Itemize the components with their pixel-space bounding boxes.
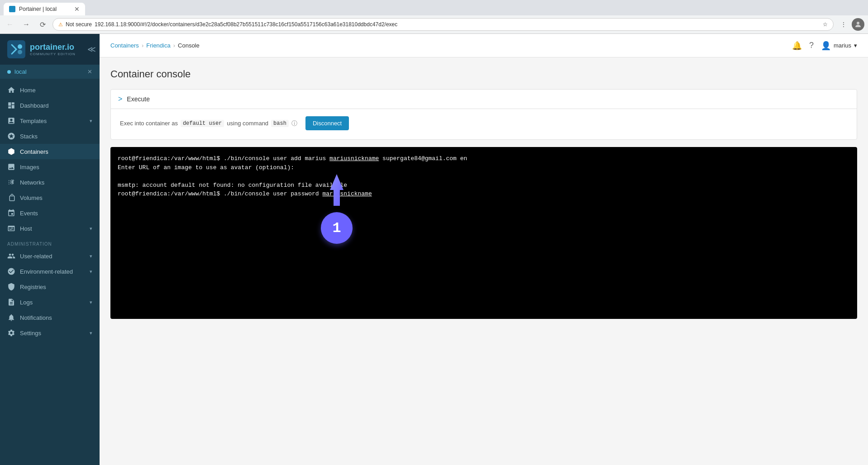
settings-icon — [7, 329, 15, 337]
browser-tabs: Portainer | local ✕ — [4, 3, 864, 15]
sidebar-item-registries[interactable]: Registries — [0, 279, 100, 294]
breadcrumb: Containers › Friendica › Console — [110, 42, 200, 49]
breadcrumb-current: Console — [178, 42, 200, 49]
networks-icon — [7, 178, 15, 186]
sidebar-item-label: Events — [20, 210, 92, 217]
sidebar-item-logs[interactable]: Logs ▾ — [0, 294, 100, 310]
sidebar-item-environment-related[interactable]: Environment-related ▾ — [0, 264, 100, 279]
execute-header[interactable]: > Execute — [111, 90, 857, 109]
breadcrumb-containers[interactable]: Containers — [110, 42, 139, 49]
logs-icon — [7, 298, 15, 306]
execute-icon: > — [118, 95, 122, 103]
bell-icon[interactable]: 🔔 — [792, 41, 802, 51]
info-icon[interactable]: ⓘ — [291, 119, 297, 128]
sidebar: portainer.io COMMUNITY EDITION ≪ local ✕… — [0, 34, 100, 465]
exec-command-value: bash — [271, 120, 289, 127]
address-url: 192.168.1.18:9000/#!/2/docker/containers… — [95, 21, 820, 28]
user-chevron-icon: ▾ — [854, 42, 857, 49]
exec-label-text: Exec into container as — [120, 120, 178, 127]
execute-panel: > Execute Exec into container as default… — [110, 89, 857, 140]
sidebar-item-networks[interactable]: Networks — [0, 175, 100, 190]
exec-using-command-text: using command — [227, 120, 268, 127]
env-name: local — [7, 68, 27, 75]
portainer-logo-icon — [7, 40, 25, 58]
reload-button[interactable]: ⟳ — [36, 18, 49, 31]
sidebar-env-selector[interactable]: local ✕ — [0, 65, 100, 79]
execute-title: Execute — [127, 95, 150, 103]
sidebar-item-label: Containers — [20, 148, 92, 155]
breadcrumb-sep: › — [173, 42, 175, 49]
sidebar-item-label: Home — [20, 87, 92, 94]
sidebar-item-events[interactable]: Events — [0, 205, 100, 221]
user-menu[interactable]: 👤 marius ▾ — [821, 41, 857, 51]
users-icon — [7, 252, 15, 260]
dashboard-icon — [7, 101, 15, 109]
sidebar-item-templates[interactable]: Templates ▾ — [0, 113, 100, 128]
terminal-line-4: msmtp: account default not found: no con… — [118, 181, 850, 190]
bookmark-icon[interactable]: ☆ — [823, 21, 828, 28]
sidebar-item-home[interactable]: Home — [0, 82, 100, 98]
sidebar-item-label: Networks — [20, 179, 92, 186]
sidebar-collapse-button[interactable]: ≪ — [87, 44, 96, 54]
sidebar-item-containers[interactable]: Containers — [0, 144, 100, 159]
browser-chrome: Portainer | local ✕ — [0, 0, 868, 15]
sidebar-item-user-related[interactable]: User-related ▾ — [0, 248, 100, 264]
disconnect-button[interactable]: Disconnect — [305, 116, 349, 130]
sidebar-item-label: User-related — [20, 253, 85, 260]
containers-icon — [7, 147, 15, 156]
terminal-line-5: root@friendica:/var/www/html$ ./bin/cons… — [118, 190, 850, 199]
browser-toolbar: ← → ⟳ ⚠ Not secure 192.168.1.18:9000/#!/… — [0, 15, 868, 34]
chevron-down-icon: ▾ — [90, 269, 92, 275]
extensions-button[interactable]: ⋮ — [837, 18, 850, 31]
terminal-line-2: Enter URL of an image to use as avatar (… — [118, 163, 850, 172]
sidebar-item-label: Settings — [20, 330, 85, 337]
sidebar-item-images[interactable]: Images — [0, 159, 100, 175]
address-bar[interactable]: ⚠ Not secure 192.168.1.18:9000/#!/2/dock… — [52, 18, 834, 31]
chevron-down-icon: ▾ — [90, 118, 92, 124]
sidebar-item-label: Images — [20, 164, 92, 171]
host-icon — [7, 224, 15, 232]
forward-button[interactable]: → — [20, 18, 33, 31]
env-close-icon[interactable]: ✕ — [87, 68, 92, 75]
tab-close-button[interactable]: ✕ — [74, 5, 80, 13]
sidebar-item-stacks[interactable]: Stacks — [0, 128, 100, 144]
env-status-dot — [7, 70, 11, 74]
sidebar-item-label: Host — [20, 225, 85, 232]
tab-favicon — [9, 6, 15, 12]
terminal-line-3 — [118, 172, 850, 181]
svg-point-3 — [18, 50, 22, 54]
volumes-icon — [7, 194, 15, 202]
sidebar-item-dashboard[interactable]: Dashboard — [0, 98, 100, 113]
top-bar: Containers › Friendica › Console 🔔 ? 👤 m… — [100, 34, 868, 57]
admin-section-label: Administration — [0, 236, 100, 248]
browser-user-avatar[interactable] — [852, 18, 864, 31]
notifications-icon — [7, 313, 15, 322]
sidebar-item-notifications[interactable]: Notifications — [0, 310, 100, 325]
security-label: Not secure — [66, 21, 92, 28]
terminal[interactable]: root@friendica:/var/www/html$ ./bin/cons… — [110, 147, 857, 319]
svg-point-0 — [857, 22, 859, 24]
sidebar-item-settings[interactable]: Settings ▾ — [0, 325, 100, 341]
sidebar-item-label: Notifications — [20, 314, 92, 321]
back-button[interactable]: ← — [4, 18, 16, 31]
sidebar-item-host[interactable]: Host ▾ — [0, 221, 100, 236]
chevron-down-icon: ▾ — [90, 299, 92, 305]
home-icon — [7, 86, 15, 94]
environment-icon — [7, 267, 15, 275]
security-icon: ⚠ — [58, 22, 63, 28]
sidebar-nav: Home Dashboard Templates ▾ — [0, 79, 100, 465]
tab-title: Portainer | local — [19, 6, 57, 12]
terminal-underlined-1: mariusnickname — [329, 155, 379, 162]
user-label: marius — [834, 42, 851, 49]
chevron-down-icon: ▾ — [90, 253, 92, 259]
help-icon[interactable]: ? — [809, 41, 814, 50]
sidebar-item-label: Dashboard — [20, 102, 92, 109]
browser-tab-active[interactable]: Portainer | local ✕ — [4, 3, 85, 15]
stacks-icon — [7, 132, 15, 140]
breadcrumb-friendica[interactable]: Friendica — [146, 42, 170, 49]
logo-text: portainer.io COMMUNITY EDITION — [30, 43, 76, 56]
events-icon — [7, 209, 15, 217]
sidebar-item-volumes[interactable]: Volumes — [0, 190, 100, 205]
annotation-circle: 1 — [321, 212, 353, 244]
execute-body: Exec into container as default user usin… — [111, 109, 857, 139]
